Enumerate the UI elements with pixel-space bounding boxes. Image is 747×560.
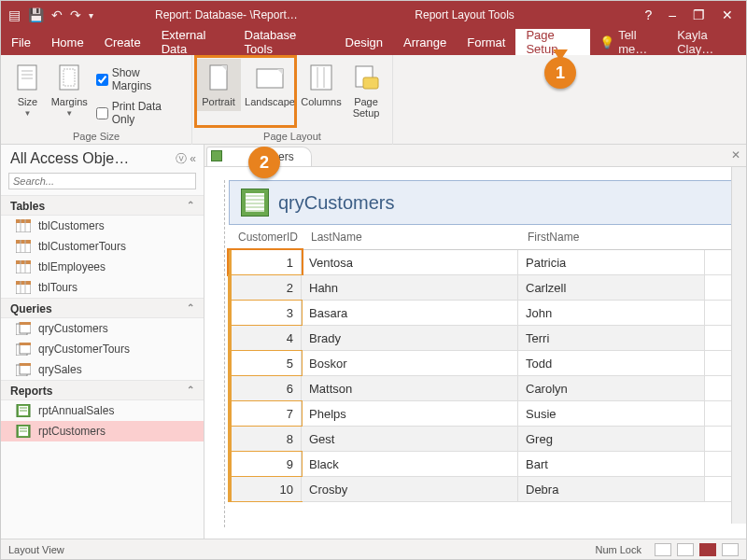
qatb-more-icon[interactable]: ▾ [89,10,93,21]
ribbon-group-page-layout: Portrait Landscape Columns Page Setup [192,55,393,145]
cell-lastname[interactable]: Brady [302,326,518,350]
cell-firstname[interactable]: John [518,301,705,325]
cell-firstname[interactable]: Greg [518,427,705,451]
cell-id[interactable]: 4 [229,326,302,350]
cell-id[interactable]: 7 [229,401,302,426]
col-customerid[interactable]: CustomerID [229,225,302,249]
nav-item-tblcustomertours[interactable]: tblCustomerTours [1,236,204,257]
col-lastname[interactable]: LastName [302,225,518,249]
nav-section-tables[interactable]: Tables⌃ [1,195,204,216]
tell-me[interactable]: 💡 Tell me… [590,29,668,55]
minimize-button[interactable]: – [669,7,676,22]
cell-lastname[interactable]: Black [302,452,518,476]
table-row[interactable]: 10CrosbyDebra [229,477,737,502]
show-margins-checkbox[interactable]: Show Margins [91,64,186,94]
cell-lastname[interactable]: Mattson [302,376,518,400]
print-data-only-input[interactable] [96,107,108,119]
tab-design[interactable]: Design [335,29,393,55]
svg-rect-6 [210,65,227,90]
page-setup-button[interactable]: Page Setup [344,59,388,122]
nav-section-reports[interactable]: Reports⌃ [1,380,204,400]
cell-id[interactable]: 3 [229,301,302,325]
tab-home[interactable]: Home [41,29,94,55]
cell-id[interactable]: 9 [229,452,302,476]
nav-item-label: tblEmployees [38,260,106,273]
cell-firstname[interactable]: Patricia [518,250,705,274]
cell-id[interactable]: 2 [229,275,302,300]
tab-file[interactable]: File [1,29,41,55]
nav-item-qrysales[interactable]: qrySales [1,359,204,380]
table-row[interactable]: 1VentosaPatricia [229,250,737,275]
nav-item-qrycustomers[interactable]: qryCustomers [1,318,204,339]
help-button[interactable]: ? [644,7,652,22]
col-firstname[interactable]: FirstName [518,225,705,249]
report-canvas[interactable]: qryCustomers CustomerID LastName FirstNa… [229,180,746,539]
vertical-scrollbar[interactable] [731,167,746,524]
print-data-only-checkbox[interactable]: Print Data Only [91,98,186,128]
cell-lastname[interactable]: Boskor [302,351,518,375]
cell-id[interactable]: 5 [229,351,302,375]
cell-lastname[interactable]: Basara [302,301,518,325]
tab-arrange[interactable]: Arrange [393,29,457,55]
table-row[interactable]: 4BradyTerri [229,326,737,351]
cell-firstname[interactable]: Debra [518,477,705,501]
table-row[interactable]: 8GestGreg [229,427,737,452]
redo-icon[interactable]: ↷ [70,7,81,22]
view-report-button[interactable] [655,543,671,556]
tab-format[interactable]: Format [457,29,515,55]
cell-lastname[interactable]: Ventosa [302,250,518,274]
tab-database-tools[interactable]: Database Tools [234,29,326,55]
window-title: Report: Database- \Report… [155,8,298,21]
table-row[interactable]: 9BlackBart [229,452,737,477]
cell-firstname[interactable]: Todd [518,351,705,375]
cell-firstname[interactable]: Carlzell [518,275,705,300]
cell-lastname[interactable]: Phelps [302,401,518,426]
cell-id[interactable]: 6 [229,376,302,400]
cell-firstname[interactable]: Bart [518,452,705,476]
cell-id[interactable]: 10 [229,477,302,501]
cell-lastname[interactable]: Hahn [302,275,518,300]
undo-icon[interactable]: ↶ [51,7,63,22]
landscape-button[interactable]: Landscape [241,59,299,111]
tab-create[interactable]: Create [94,29,151,55]
nav-section-queries[interactable]: Queries⌃ [1,298,204,318]
nav-search-input[interactable] [8,173,196,189]
cell-firstname[interactable]: Susie [518,401,705,426]
svg-rect-20 [16,240,31,244]
document-tab-close-icon[interactable]: ✕ [731,148,740,161]
cell-firstname[interactable]: Terri [518,326,705,350]
table-row[interactable]: 3BasaraJohn [229,301,737,326]
portrait-button[interactable]: Portrait [196,59,241,111]
nav-item-tblcustomers[interactable]: tblCustomers [1,216,204,236]
view-print-button[interactable] [677,543,694,556]
table-row[interactable]: 7PhelpsSusie [229,401,737,427]
cell-id[interactable]: 1 [229,250,302,274]
report-title-bar[interactable]: qryCustomers [229,180,737,225]
margins-button[interactable]: Margins ▼ [49,59,91,121]
table-row[interactable]: 5BoskorTodd [229,351,737,376]
nav-item-rptannualsales[interactable]: rptAnnualSales [1,400,204,421]
cell-lastname[interactable]: Crosby [302,477,518,501]
save-icon[interactable]: 💾 [28,7,44,22]
restore-button[interactable]: ❐ [693,7,705,22]
cell-firstname[interactable]: Carolyn [518,376,705,400]
view-layout-button[interactable] [699,543,716,556]
ribbon-group-page-size: Size ▼ Margins ▼ Show Margins Print Data… [1,55,192,145]
show-margins-input[interactable] [96,74,108,86]
view-design-button[interactable] [722,543,739,556]
nav-item-tbltours[interactable]: tblTours [1,277,204,298]
table-row[interactable]: 6MattsonCarolyn [229,376,737,401]
close-button[interactable]: ✕ [722,7,733,22]
nav-item-tblemployees[interactable]: tblEmployees [1,257,204,277]
nav-item-qrycustomertours[interactable]: qryCustomerTours [1,339,204,359]
size-button[interactable]: Size ▼ [7,59,49,121]
user-label[interactable]: Kayla Clay… [668,29,746,55]
nav-collapse-icon[interactable]: ⓥ « [176,151,196,167]
cell-id[interactable]: 8 [229,427,302,451]
nav-title[interactable]: All Access Obje… [10,150,129,167]
cell-lastname[interactable]: Gest [302,427,518,451]
table-row[interactable]: 2HahnCarlzell [229,275,737,301]
columns-button[interactable]: Columns [299,59,344,111]
nav-item-rptcustomers[interactable]: rptCustomers [1,421,204,441]
tab-external-data[interactable]: External Data [151,29,234,55]
